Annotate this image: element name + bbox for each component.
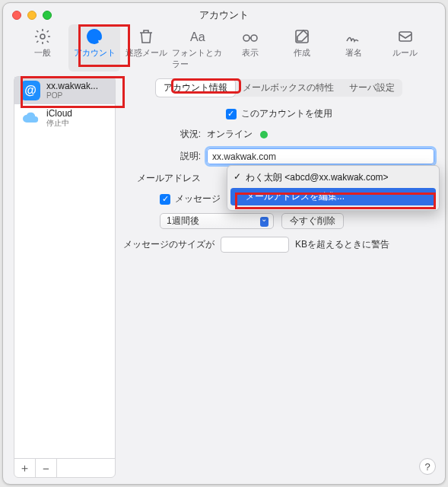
trash-icon <box>135 27 157 46</box>
retention-select[interactable]: 1週間後 <box>160 213 274 229</box>
svg-text:Aa: Aa <box>190 30 205 43</box>
tab-server-settings[interactable]: サーバ設定 <box>342 79 402 97</box>
tab-signatures[interactable]: 署名 <box>328 24 380 72</box>
tab-junk[interactable]: 迷惑メール <box>120 24 172 72</box>
preferences-toolbar: 一般 アカウント 迷惑メール Aa フォントとカラー 表示 作成 署名 ルール <box>3 24 445 76</box>
rules-icon <box>395 27 416 46</box>
description-value: xx.wakwak.com <box>212 151 276 162</box>
email-address-dropdown: わく太朗 <abcd@xx.wakwak.com> メールアドレスを編集... <box>227 165 440 211</box>
toolbar-label: 迷惑メール <box>126 47 167 59</box>
toolbar-label: 一般 <box>34 47 51 59</box>
tab-fonts[interactable]: Aa フォントとカラー <box>172 24 224 72</box>
status-value: オンライン <box>207 128 253 141</box>
tab-account-info[interactable]: アカウント情報 <box>156 79 235 97</box>
tab-compose[interactable]: 作成 <box>276 24 328 72</box>
titlebar: アカウント <box>3 3 445 24</box>
font-icon: Aa <box>187 27 208 46</box>
tab-rules[interactable]: ルール <box>380 24 431 72</box>
message-checkbox-label: メッセージ <box>175 193 221 205</box>
size-unit-label: KBを超えるときに警告 <box>295 238 389 251</box>
traffic-lights <box>12 11 52 20</box>
enable-account-checkbox[interactable] <box>226 109 237 119</box>
sidebar-item-icloud[interactable]: iCloud 停止中 <box>14 104 115 132</box>
remove-account-button[interactable]: − <box>36 459 57 477</box>
at-icon: @ <box>21 81 40 100</box>
content-pane: アカウント情報 メールボックスの特性 サーバ設定 このアカウントを使用 状況: … <box>123 76 434 478</box>
dropdown-item-current[interactable]: わく太朗 <abcd@xx.wakwak.com> <box>227 169 439 186</box>
status-label: 状況: <box>123 128 207 141</box>
size-field[interactable] <box>221 237 289 253</box>
tab-general[interactable]: 一般 <box>17 24 68 72</box>
tab-viewing[interactable]: 表示 <box>224 24 276 72</box>
window-title: アカウント <box>3 3 445 22</box>
tab-accounts[interactable]: アカウント <box>68 24 120 72</box>
account-name: iCloud <box>46 109 72 119</box>
sidebar-footer: ＋ − <box>14 458 115 477</box>
account-name: xx.wakwak... <box>46 81 98 91</box>
status-indicator-icon <box>260 131 268 138</box>
cloud-icon <box>21 108 40 128</box>
toolbar-label: アカウント <box>74 47 116 59</box>
preferences-window: アカウント 一般 アカウント 迷惑メール Aa フォントとカラー 表示 作成 <box>2 2 446 485</box>
toolbar-label: フォントとカラー <box>172 47 224 70</box>
account-status: 停止中 <box>46 119 72 127</box>
toolbar-label: ルール <box>392 47 418 59</box>
help-button[interactable]: ? <box>419 458 436 475</box>
toolbar-label: 表示 <box>242 47 259 59</box>
description-label: 説明: <box>123 150 207 163</box>
description-field[interactable]: xx.wakwak.com <box>207 148 434 164</box>
accounts-sidebar: @ xx.wakwak... POP iCloud 停止中 <box>14 76 116 478</box>
add-account-button[interactable]: ＋ <box>14 459 36 477</box>
tab-mailbox-behaviors[interactable]: メールボックスの特性 <box>235 79 342 97</box>
at-icon <box>84 27 105 46</box>
svg-point-4 <box>251 35 257 41</box>
compose-icon <box>291 27 313 46</box>
gear-icon <box>32 27 53 46</box>
account-type: POP <box>46 91 98 100</box>
enable-account-label: このアカウントを使用 <box>241 107 332 120</box>
zoom-window-icon[interactable] <box>43 11 52 20</box>
sidebar-item-wakwak[interactable]: @ xx.wakwak... POP <box>14 77 115 104</box>
svg-rect-6 <box>399 32 411 41</box>
dropdown-item-edit[interactable]: メールアドレスを編集... <box>230 188 436 205</box>
email-label: メールアドレス <box>123 172 207 185</box>
signature-icon <box>343 27 364 46</box>
toolbar-label: 署名 <box>345 47 362 59</box>
content-tabs: アカウント情報 メールボックスの特性 サーバ設定 <box>156 79 402 97</box>
delete-now-button[interactable]: 今すぐ削除 <box>281 213 344 229</box>
message-checkbox[interactable] <box>160 194 170 205</box>
glasses-icon <box>240 27 261 46</box>
toolbar-label: 作成 <box>294 47 310 59</box>
svg-point-0 <box>40 34 45 39</box>
svg-point-3 <box>243 35 249 41</box>
close-window-icon[interactable] <box>12 11 21 20</box>
size-label: メッセージのサイズが <box>123 238 214 251</box>
minimize-window-icon[interactable] <box>27 11 37 20</box>
